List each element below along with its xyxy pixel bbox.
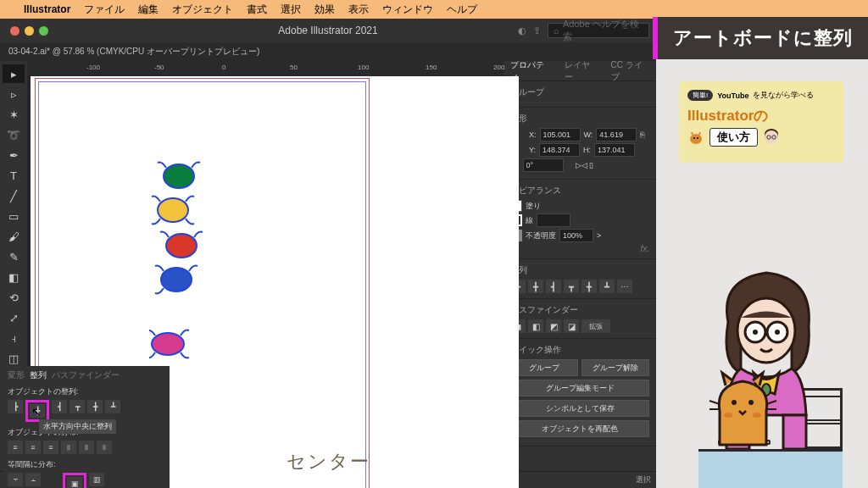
menu-effect[interactable]: 効果 (314, 3, 335, 17)
search-icon: ⌕ (554, 25, 559, 36)
align-bottom-icon[interactable]: ┻ (599, 280, 615, 293)
menu-window[interactable]: ウィンドウ (382, 3, 433, 17)
course-card: 簡単! YouTube を見ながら学べる Illustratorの 使い方 (679, 81, 844, 163)
svg-point-24 (748, 400, 754, 405)
distribute-vcenter-icon[interactable]: ≡ (25, 441, 41, 454)
card-illustrator-text: Illustratorの (687, 106, 836, 125)
scale-tool[interactable]: ⤢ (3, 308, 25, 327)
svg-point-23 (732, 400, 737, 405)
search-placeholder: Adobe ヘルプを検索 (563, 18, 643, 43)
document-tab[interactable]: 03-04-2.ai* @ 57.86 % (CMYK/CPU オーバープリント… (8, 46, 259, 58)
svg-point-12 (697, 137, 698, 139)
pencil-tool[interactable]: ✎ (3, 247, 25, 266)
svg-point-26 (753, 413, 761, 418)
tooltip: 水平方向中央に整列 (39, 419, 116, 434)
distribute-top-icon[interactable]: ≡ (8, 441, 23, 454)
ruler-mark: 0 (222, 64, 225, 71)
artwork-group[interactable] (149, 161, 209, 393)
menu-edit[interactable]: 編集 (138, 3, 159, 17)
titlebar: Adobe Illustrator 2021 ◐ ⇪ ⌕ Adobe ヘルプを検… (0, 19, 656, 42)
pathfinder-expand-button[interactable]: 拡張 (581, 319, 610, 333)
traffic-lights (0, 26, 48, 36)
line-tool[interactable]: ╱ (3, 186, 25, 205)
free-transform-tool[interactable]: ◫ (3, 349, 25, 368)
svg-point-11 (693, 137, 695, 139)
pathfinder-exclude-icon[interactable]: ◪ (564, 319, 579, 333)
group-button[interactable]: グループ (510, 359, 578, 376)
distribute-left-icon[interactable]: ⫴ (61, 441, 76, 454)
pathfinder-minus-front-icon[interactable]: ◧ (528, 319, 543, 333)
transform-x[interactable] (540, 128, 581, 141)
distribute-hspacing-icon[interactable]: ⫠ (25, 473, 41, 486)
float-tab-transform[interactable]: 変形 (8, 369, 25, 381)
svg-point-25 (724, 413, 732, 418)
menu-view[interactable]: 表示 (348, 3, 369, 17)
menu-file[interactable]: ファイル (84, 3, 125, 17)
tab-layers[interactable]: レイヤー (558, 61, 604, 83)
zoom-icon[interactable] (39, 26, 48, 36)
brush-tool[interactable]: 🖌 (3, 227, 25, 246)
app-name[interactable]: Illustrator (24, 3, 70, 15)
link-icon[interactable]: ⎘ (640, 130, 644, 139)
svg-point-10 (690, 134, 702, 144)
distribute-right-icon[interactable]: ⫴ (97, 441, 112, 454)
align-top-icon[interactable]: ┳ (564, 280, 579, 293)
float-tab-align[interactable]: 整列 (30, 369, 47, 381)
share-icon[interactable]: ⇪ (533, 25, 541, 36)
rectangle-tool[interactable]: ▭ (3, 207, 25, 225)
pen-tool[interactable]: ✒ (3, 146, 25, 164)
menu-type[interactable]: 書式 (247, 3, 267, 17)
align-hcenter-icon[interactable]: ╋ ↖ (30, 404, 45, 418)
align-hcenter-icon[interactable]: ╋ (528, 280, 543, 293)
transform-w[interactable] (596, 128, 637, 141)
selection-tool[interactable]: ▸ (3, 64, 25, 83)
eraser-tool[interactable]: ◧ (3, 268, 25, 286)
direct-selection-tool[interactable]: ▹ (3, 85, 25, 103)
highlighted-align-to-artboard: ▣ (63, 473, 86, 488)
panel-tabs: プロパティ レイヤー CC ライブ (504, 61, 656, 81)
tab-cc-libraries[interactable]: CC ライブ (604, 61, 656, 83)
align-bottom-icon[interactable]: ┻ (105, 400, 120, 413)
align-right-icon[interactable]: ┫ (52, 400, 67, 413)
float-tab-pathfinder[interactable]: パスファインダー (52, 369, 120, 381)
transform-y[interactable] (539, 143, 580, 157)
align-left-icon[interactable]: ┣ (8, 400, 23, 413)
align-vcenter-icon[interactable]: ╋ (87, 400, 103, 413)
ruler-mark: 200 (493, 64, 504, 71)
lasso-tool[interactable]: ➰ (3, 125, 25, 144)
align-right-icon[interactable]: ┫ (546, 280, 561, 293)
align-to-selection-icon[interactable]: ▥ (89, 473, 104, 486)
menu-help[interactable]: ヘルプ (447, 3, 477, 17)
opacity-input[interactable] (559, 229, 593, 242)
fill-label: 塗り (526, 201, 541, 212)
help-search[interactable]: ⌕ Adobe ヘルプを検索 (548, 23, 649, 38)
illustration-scene (622, 183, 868, 488)
transform-angle[interactable] (523, 158, 564, 172)
distribute-bottom-icon[interactable]: ≡ (43, 441, 58, 454)
distribute-hcenter-icon[interactable]: ⫴ (79, 441, 94, 454)
stroke-weight[interactable] (537, 214, 570, 227)
user-icon[interactable]: ◐ (518, 25, 526, 36)
menu-object[interactable]: オブジェクト (172, 3, 233, 17)
align-top-icon[interactable]: ┳ (70, 400, 85, 413)
card-usage-text: 使い方 (709, 128, 758, 147)
rotate-tool[interactable]: ⟲ (3, 288, 25, 307)
transform-h[interactable] (594, 143, 635, 157)
easy-badge: 簡単! (687, 90, 713, 101)
close-icon[interactable] (10, 26, 19, 36)
align-vcenter-icon[interactable]: ╋ (581, 280, 597, 293)
width-tool[interactable]: ⫞ (3, 329, 25, 347)
magic-wand-tool[interactable]: ✶ (3, 105, 25, 124)
stroke-label: 線 (526, 215, 533, 226)
distribute-vspacing-icon[interactable]: ⫟ (8, 473, 23, 486)
pathfinder-intersect-icon[interactable]: ◩ (546, 319, 561, 333)
selection-type: グループ (510, 86, 649, 98)
svg-point-20 (753, 330, 758, 335)
minimize-icon[interactable] (25, 26, 34, 36)
align-to-artboard-icon[interactable]: ▣ (67, 477, 82, 488)
type-tool[interactable]: T (3, 166, 25, 185)
transform-header: 変形 (510, 113, 649, 125)
align-objects-label: オブジェクトの整列: (8, 386, 166, 397)
instructor-mini-icon (763, 129, 780, 146)
menu-select[interactable]: 選択 (281, 3, 301, 17)
